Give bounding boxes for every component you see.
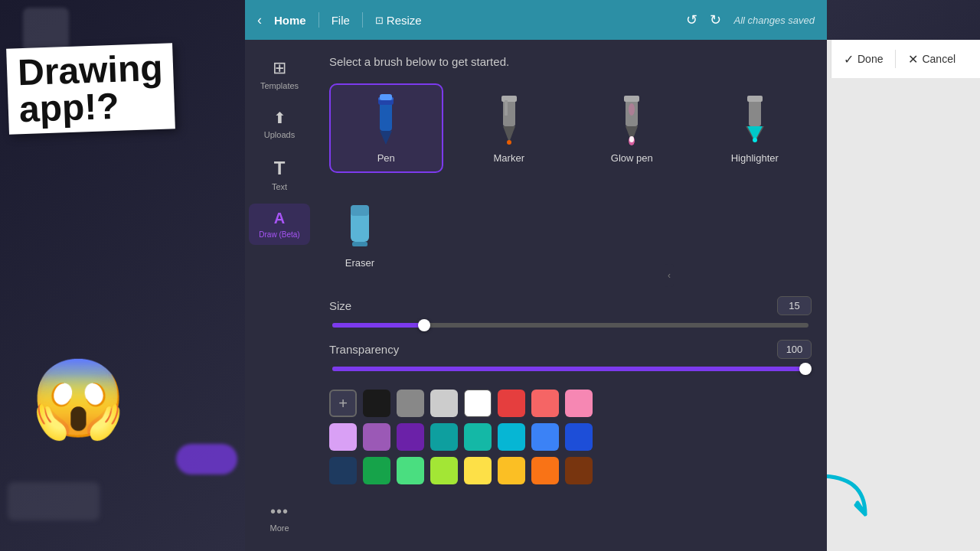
color-yellow[interactable]	[464, 457, 492, 484]
color-green[interactable]	[363, 457, 390, 484]
resize-icon: ⊡	[375, 15, 384, 26]
svg-rect-12	[624, 96, 639, 102]
svg-point-14	[629, 136, 634, 142]
sidebar-item-more[interactable]: ••• More	[249, 497, 310, 539]
sidebar-item-uploads[interactable]: ⬆ Uploads	[249, 103, 310, 145]
video-overlay: Drawingapp!? 😱	[0, 0, 245, 551]
emoji-sticker: 😱	[31, 354, 126, 444]
undo-button[interactable]: ↺	[686, 11, 697, 28]
color-gray[interactable]	[397, 390, 424, 417]
color-black[interactable]	[363, 390, 390, 417]
cancel-label: Cancel	[922, 53, 956, 65]
topbar: ‹ Home File ⊡ Resize ↺ ↻ All changes sav…	[245, 0, 827, 40]
brush-glow-pen[interactable]: Glow pen	[575, 83, 689, 173]
svg-marker-1	[380, 131, 392, 145]
color-white[interactable]	[464, 390, 492, 417]
color-cyan[interactable]	[498, 423, 525, 451]
color-purple[interactable]	[363, 423, 390, 451]
brush-marker[interactable]: Marker	[452, 83, 567, 173]
color-orange[interactable]	[531, 457, 559, 484]
file-menu[interactable]: File	[332, 14, 350, 27]
brush-highlighter[interactable]: Highlighter	[698, 83, 812, 173]
done-cancel-bar: ✓ Done ✕ Cancel	[831, 40, 980, 78]
transparency-section: Transparency 100	[329, 340, 812, 371]
more-label: More	[270, 523, 289, 533]
back-button[interactable]: ‹	[257, 12, 262, 28]
svg-rect-7	[501, 96, 517, 102]
color-row-3	[329, 457, 812, 484]
color-palette: +	[329, 390, 812, 484]
size-section: Size 15	[329, 296, 812, 328]
svg-rect-23	[352, 242, 368, 246]
eraser-row: Eraser	[329, 188, 812, 278]
highlighter-label: Highlighter	[731, 152, 779, 164]
bg-blur-3	[176, 444, 237, 474]
sidebar-item-templates[interactable]: ⊞ Templates	[249, 52, 310, 96]
done-label: Done	[858, 53, 883, 65]
eraser-icon	[337, 197, 383, 251]
instruction-text: Select a brush below to get started.	[329, 55, 812, 68]
topbar-divider2	[362, 12, 363, 28]
done-button[interactable]: ✓ Done	[831, 40, 895, 78]
color-teal[interactable]	[464, 423, 492, 451]
size-value[interactable]: 15	[777, 296, 812, 315]
templates-icon: ⊞	[273, 58, 286, 78]
svg-point-8	[507, 140, 511, 145]
color-teal-dark[interactable]	[430, 423, 458, 451]
brush-eraser[interactable]: Eraser	[329, 188, 390, 278]
marker-label: Marker	[494, 152, 524, 164]
home-link[interactable]: Home	[274, 14, 306, 27]
color-row-1: +	[329, 390, 812, 417]
check-icon: ✓	[844, 52, 854, 67]
color-brown[interactable]	[565, 457, 593, 484]
size-slider[interactable]	[332, 323, 808, 328]
size-slider-thumb[interactable]	[418, 319, 430, 331]
transparency-slider-thumb[interactable]	[799, 363, 812, 375]
svg-point-15	[629, 103, 635, 116]
color-light-green[interactable]	[397, 457, 424, 484]
color-navy[interactable]	[329, 457, 357, 484]
x-icon: ✕	[908, 52, 918, 67]
pen-label: Pen	[377, 152, 395, 164]
content-area: ⊞ Templates ⬆ Uploads T Text A Draw (Bet…	[245, 40, 827, 551]
color-dark-purple[interactable]	[397, 423, 424, 451]
transparency-value[interactable]: 100	[777, 340, 812, 359]
color-red[interactable]	[498, 390, 525, 417]
text-icon: T	[274, 158, 286, 179]
text-label: Text	[272, 182, 287, 191]
eraser-label: Eraser	[345, 257, 374, 269]
svg-rect-9	[505, 100, 508, 116]
color-lavender[interactable]	[329, 423, 357, 451]
marker-icon	[486, 93, 532, 146]
svg-rect-22	[351, 205, 369, 216]
main-panel: ‹ Home File ⊡ Resize ↺ ↻ All changes sav…	[245, 0, 827, 551]
transparency-slider[interactable]	[332, 367, 808, 371]
drawing-title: Drawingapp!?	[17, 50, 165, 129]
scroll-indicator[interactable]: ‹	[665, 264, 674, 287]
color-light-gray[interactable]	[430, 390, 458, 417]
color-light-red[interactable]	[531, 390, 559, 417]
draw-panel: Select a brush below to get started.	[314, 40, 827, 551]
color-dark-blue[interactable]	[565, 423, 593, 451]
highlighter-icon	[732, 93, 778, 146]
transparency-slider-fill	[332, 367, 808, 371]
size-header: Size 15	[329, 296, 812, 315]
add-color-button[interactable]: +	[329, 390, 357, 417]
color-lime[interactable]	[430, 457, 458, 484]
transparency-label: Transparency	[329, 343, 399, 356]
cancel-button[interactable]: ✕ Cancel	[896, 40, 968, 78]
color-row-2	[329, 423, 812, 451]
svg-point-20	[753, 138, 757, 142]
sidebar-item-text[interactable]: T Text	[249, 152, 310, 197]
color-amber[interactable]	[498, 457, 525, 484]
svg-rect-18	[747, 96, 763, 102]
sidebar-item-draw[interactable]: A Draw (Beta)	[249, 204, 310, 245]
brush-pen[interactable]: Pen	[329, 83, 443, 173]
svg-marker-6	[503, 126, 515, 142]
redo-button[interactable]: ↻	[710, 11, 721, 28]
resize-button[interactable]: ⊡ Resize	[375, 14, 422, 27]
bg-blur-2	[8, 482, 100, 520]
color-blue[interactable]	[531, 423, 559, 451]
svg-rect-4	[380, 94, 392, 100]
color-pink[interactable]	[565, 390, 593, 417]
